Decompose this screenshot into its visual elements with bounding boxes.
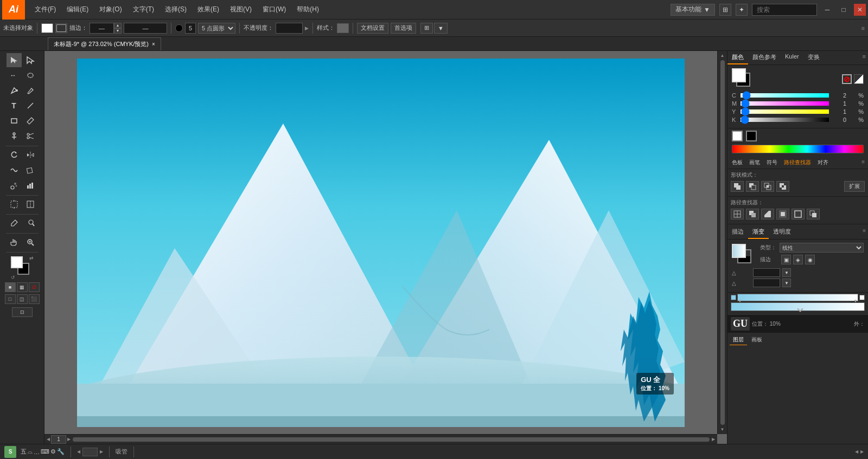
menu-select[interactable]: 选择(S) (159, 0, 192, 20)
status-left-arr[interactable]: ◀ (855, 449, 858, 454)
angle-dropdown[interactable]: ▼ (782, 268, 791, 277)
screen-btn[interactable]: ⊡ (12, 307, 33, 317)
reflect-tool[interactable] (23, 148, 38, 162)
lasso-tool[interactable] (23, 68, 38, 82)
scroll-thumb-vertical[interactable] (720, 60, 725, 425)
vertical-scrollbar[interactable]: ▲ ▼ (717, 51, 727, 434)
canvas-area[interactable]: GU 全 位置： 10% ▲ ▼ ◀ ▶ ▶ (44, 51, 727, 444)
gradient-fill-btn[interactable]: ▦ (17, 282, 28, 292)
m-slider[interactable] (741, 101, 829, 106)
layers-tab[interactable]: 图层 (730, 335, 747, 345)
page-number-input[interactable] (51, 435, 66, 444)
angle-input[interactable]: 0° (753, 268, 780, 277)
zoom-tool[interactable] (23, 235, 38, 249)
fill-bg-toggle[interactable] (854, 74, 864, 84)
gradient-stop-2[interactable] (859, 295, 865, 300)
stroke-tab[interactable]: 描边 (727, 225, 748, 239)
expand-button[interactable]: 扩展 (844, 181, 865, 192)
selection-tool[interactable] (7, 53, 22, 67)
rectangle-tool[interactable] (7, 114, 22, 128)
status-right-arr[interactable]: ▶ (860, 449, 864, 454)
scroll-thumb-horizontal[interactable] (73, 437, 710, 442)
doc-settings-button[interactable]: 文档设置 (357, 23, 388, 34)
minus-front-btn[interactable] (746, 181, 759, 192)
symbols-tab[interactable]: 符号 (763, 158, 781, 167)
artboard[interactable]: GU 全 位置： 10% (77, 59, 685, 427)
extra-btn[interactable]: ⊞ (420, 23, 433, 34)
full-screen-no-menu-btn[interactable]: ◫ (17, 294, 28, 304)
location-input[interactable] (753, 279, 780, 287)
search-input[interactable] (752, 4, 817, 16)
measure-tool[interactable] (23, 216, 38, 230)
menu-view[interactable]: 视图(V) (225, 0, 257, 20)
color-spectrum-bar[interactable] (732, 145, 864, 153)
fill-swatch[interactable] (41, 23, 53, 33)
extra-dropdown[interactable]: ▼ (434, 23, 448, 34)
color-fill-btn[interactable]: ■ (5, 282, 16, 292)
gradient-fg-swatch[interactable] (732, 244, 746, 258)
transparency-tab[interactable]: 透明度 (769, 225, 795, 239)
tools-icon[interactable]: ✦ (736, 4, 748, 16)
c-slider[interactable] (741, 93, 829, 98)
minimize-button[interactable]: ─ (821, 4, 833, 16)
pencil-tool[interactable] (23, 83, 38, 98)
opacity-arrow[interactable]: ▶ (305, 25, 309, 31)
outline-btn[interactable] (792, 209, 805, 219)
intersect-btn[interactable] (761, 181, 774, 192)
stroke-align-icon-3[interactable]: ◉ (805, 255, 815, 264)
scroll-end-arrow[interactable]: ▶ (712, 437, 715, 442)
menu-window[interactable]: 窗口(W) (257, 0, 291, 20)
menu-object[interactable]: 对象(O) (94, 0, 127, 20)
black-swatch[interactable] (746, 131, 757, 141)
stroke-weight-input[interactable] (90, 23, 114, 34)
stroke-weight-down[interactable]: ▼ (114, 28, 122, 34)
artboards-tab[interactable]: 画板 (748, 335, 765, 345)
horizontal-scrollbar[interactable]: ◀ ▶ ▶ (44, 434, 717, 444)
swap-colors-icon[interactable]: ⇄ (29, 255, 34, 261)
pathfinder-tab[interactable]: 路径查找器 (781, 158, 814, 167)
gradient-panel-menu[interactable]: ≡ (860, 225, 868, 239)
opacity-input[interactable]: 100% (276, 23, 303, 34)
line-tool[interactable] (23, 99, 38, 113)
full-screen-btn[interactable]: ⬛ (29, 294, 40, 304)
merge-btn[interactable] (761, 209, 774, 219)
none-fill-btn[interactable]: ∅ (29, 282, 40, 292)
gradient-tab[interactable]: 渐变 (748, 225, 769, 239)
arrange-icon[interactable]: ⊞ (719, 4, 731, 16)
rotate-tool[interactable] (7, 148, 22, 162)
scroll-down-arrow[interactable]: ▼ (720, 427, 725, 432)
workspace-selector[interactable]: 基本功能 ▼ (671, 4, 715, 16)
exclude-btn[interactable] (776, 181, 789, 192)
ext-app-icon[interactable]: S (4, 446, 16, 458)
minus-back-btn[interactable] (807, 209, 820, 219)
transform-tool[interactable]: ↔ (7, 68, 22, 82)
normal-mode-btn[interactable]: □ (5, 294, 16, 304)
menu-edit[interactable]: 编辑(E) (61, 0, 94, 20)
slice-tool[interactable] (23, 197, 38, 211)
stroke-align-icon-2[interactable]: ◈ (793, 255, 803, 264)
foreground-color-swatch[interactable] (11, 256, 23, 268)
fg-color-swatch[interactable] (732, 68, 746, 82)
hand-tool[interactable] (7, 235, 22, 249)
warp-tool[interactable] (7, 163, 22, 177)
y-slider[interactable] (741, 109, 829, 114)
divide-btn[interactable] (731, 209, 744, 219)
artboard-tool[interactable] (7, 197, 22, 211)
brushes-tab[interactable]: 画笔 (746, 158, 763, 167)
color-tab[interactable]: 颜色 (727, 51, 748, 64)
location-dropdown[interactable]: ▼ (782, 279, 791, 287)
gradient-stop-1[interactable] (731, 295, 736, 300)
gradient-type-select[interactable]: 线性 (780, 243, 864, 253)
menu-text[interactable]: 文字(T) (127, 0, 159, 20)
stroke-swatch[interactable] (55, 23, 67, 33)
color-reference-tab[interactable]: 颜色参考 (748, 51, 781, 64)
scroll-left-arrow[interactable]: ◀ (47, 437, 50, 442)
kuler-tab[interactable]: Kuler (781, 51, 803, 64)
menu-file[interactable]: 文件(F) (29, 0, 61, 20)
panel-menu-icon[interactable]: ≡ (861, 25, 865, 31)
maximize-button[interactable]: □ (838, 4, 850, 16)
scroll-up-arrow[interactable]: ▲ (720, 53, 725, 58)
unite-btn[interactable] (731, 181, 744, 192)
transform-tab[interactable]: 变换 (803, 51, 824, 64)
stroke-style-input[interactable] (124, 23, 167, 34)
